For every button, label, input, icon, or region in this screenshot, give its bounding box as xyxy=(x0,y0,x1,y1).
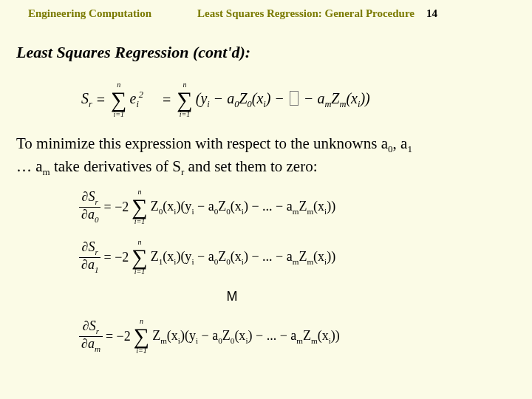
eq-sign: = xyxy=(97,92,105,107)
equation-sr: Sr = n ∑ i=1 ei2 = n ∑ i=1 (yi − a0Z0(xi… xyxy=(81,81,370,118)
deriv-row-am: ∂Sr ∂am = −2 n∑i=1 Zm(xi)(yi − a0Z0(xi) … xyxy=(78,318,388,355)
header-mid: Least Squares Regression: General Proced… xyxy=(197,7,415,20)
sigma-icon: n ∑ i=1 xyxy=(111,81,126,118)
placeholder-icon xyxy=(290,91,299,106)
deriv-body: Z0(xi)(yi − a0Z0(xi) − ... − amZm(xi)) xyxy=(151,199,335,216)
sigma-icon: n∑i=1 xyxy=(132,239,147,276)
derivative-equations: ∂Sr ∂a0 = −2 n∑i=1 Z0(xi)(yi − a0Z0(xi) … xyxy=(78,188,388,355)
deriv-body: Z1(xi)(yi − a0Z0(xi) − ... − amZm(xi)) xyxy=(151,249,335,266)
slide: Engineering Computation Least Squares Re… xyxy=(0,0,532,399)
deriv-row-a1: ∂Sr ∂a1 = −2 n∑i=1 Z1(xi)(yi − a0Z0(xi) … xyxy=(78,239,388,276)
sr-rhs: (yi − a0Z0(xi) − − amZm(xi)) xyxy=(196,91,370,109)
deriv-body: Zm(xi)(yi − a0Z0(xi) − ... − amZm(xi)) xyxy=(152,328,340,345)
section-title: Least Squares Regression (cont'd): xyxy=(16,43,250,62)
partial-fraction: ∂Sr ∂a0 xyxy=(79,190,100,224)
sigma-icon: n∑i=1 xyxy=(132,188,147,225)
vertical-ellipsis-icon: M xyxy=(78,289,388,304)
header-left: Engineering Computation xyxy=(28,7,151,20)
sr-lhs: Sr xyxy=(81,91,92,109)
deriv-row-a0: ∂Sr ∂a0 = −2 n∑i=1 Z0(xi)(yi − a0Z0(xi) … xyxy=(78,188,388,225)
eq-sign: = xyxy=(163,92,171,107)
slide-header: Engineering Computation Least Squares Re… xyxy=(28,7,510,20)
partial-fraction: ∂Sr ∂a1 xyxy=(79,240,100,274)
sigma-icon: n ∑ i=1 xyxy=(177,81,192,118)
sigma-icon: n∑i=1 xyxy=(134,318,149,355)
header-page: 14 xyxy=(426,7,437,20)
sr-ei2: ei2 xyxy=(130,90,144,109)
body-paragraph: To minimize this expression with respect… xyxy=(16,133,510,179)
partial-fraction: ∂Sr ∂am xyxy=(79,319,103,353)
